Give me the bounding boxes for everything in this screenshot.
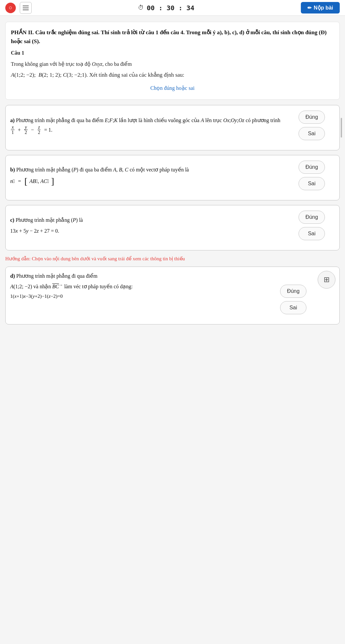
- cau1-body: Trong không gian với hệ trục toạ độ Oxyz…: [11, 60, 334, 80]
- timer-section: ⏱ 00 : 30 : 34: [138, 4, 194, 12]
- top-bar: ○ ⏱ 00 : 30 : 34 ✏ Nộp bài: [0, 0, 345, 16]
- points-formula: A(1;2; −2); B(2; 1; 2); C(3; −2;1). Xét …: [11, 70, 334, 80]
- question-b-sai-button[interactable]: Sai: [299, 177, 325, 190]
- question-c-row: c) Phương trình mặt phẳng (P) là 13x + 5…: [10, 211, 335, 240]
- question-c-label: c): [10, 217, 14, 223]
- question-a: a) Phương trình mặt phẳng đi qua ba điểm…: [5, 105, 340, 150]
- question-d-sai-button[interactable]: Sai: [280, 301, 306, 314]
- question-b-row: b) Phương trình mặt phẳng (P) đi qua ba …: [10, 161, 335, 190]
- edit-icon: ✏: [307, 5, 312, 11]
- grid-icon: ⊞: [324, 273, 330, 286]
- question-c-dung-button[interactable]: Đúng: [299, 211, 325, 224]
- cau1-label: Câu 1: [11, 48, 334, 57]
- app-icon: ○: [5, 3, 16, 13]
- question-d-row: d) Phương trình mặt phẳng đi qua điểm A(…: [10, 271, 316, 314]
- hamburger-icon: [23, 6, 29, 10]
- section-intro-card: PHẦN II. Câu trắc nghiệm đúng sai. Thí s…: [5, 22, 340, 100]
- question-a-row: a) Phương trình mặt phẳng đi qua ba điểm…: [10, 111, 335, 140]
- section-title: PHẦN II. Câu trắc nghiệm đúng sai. Thí s…: [11, 28, 334, 46]
- question-b-label: b): [10, 167, 15, 172]
- question-c-content: c) Phương trình mặt phẳng (P) là 13x + 5…: [10, 216, 285, 235]
- cau1-header: Câu 1 Trong không gian với hệ trục toạ đ…: [11, 48, 334, 80]
- question-a-dung-button[interactable]: Đúng: [299, 111, 325, 124]
- question-c-sai-button[interactable]: Sai: [299, 227, 325, 240]
- question-d-dung-button[interactable]: Đúng: [280, 285, 306, 298]
- question-b-dung-button[interactable]: Đúng: [299, 161, 325, 174]
- question-a-content: a) Phương trình mặt phẳng đi qua ba điểm…: [10, 116, 285, 135]
- scroll-indicator-a: [341, 118, 342, 138]
- question-c: c) Phương trình mặt phẳng (P) là 13x + 5…: [5, 205, 340, 250]
- part-label: PHẦN II.: [11, 29, 34, 36]
- question-a-buttons: Đúng Sai: [289, 111, 335, 140]
- question-d-buttons: Đúng Sai: [270, 285, 316, 314]
- formula-c: 13x + 5y − 2z + 27 = 0.: [10, 226, 285, 235]
- question-b-buttons: Đúng Sai: [289, 161, 335, 190]
- question-a-label: a): [10, 117, 14, 123]
- chon-label: Chọn đúng hoặc sai: [11, 84, 334, 92]
- clock-icon: ⏱: [138, 4, 144, 11]
- question-d-content: d) Phương trình mặt phẳng đi qua điểm A(…: [10, 271, 266, 301]
- formula-d-eq: 1(x+1)x−3(y+2)−1(z−2)=0: [10, 292, 266, 301]
- formula-b: n⃗ = [ AB⃗, AC⃗ ]: [10, 177, 285, 186]
- nop-bai-button[interactable]: ✏ Nộp bài: [301, 2, 340, 13]
- formula-a: x1 + y2 − z2 = 1.: [10, 125, 52, 135]
- grid-icon-button[interactable]: ⊞: [318, 271, 335, 289]
- question-d-label: d): [10, 273, 15, 279]
- formula-d-point: A(1;2; −2) và nhận BC→ làm véc tơ pháp t…: [10, 282, 266, 291]
- main-content: PHẦN II. Câu trắc nghiệm đúng sai. Thí s…: [0, 16, 345, 335]
- top-bar-left: ○: [5, 2, 32, 14]
- question-b-content: b) Phương trình mặt phẳng (P) đi qua ba …: [10, 165, 285, 186]
- nop-bai-label: Nộp bài: [314, 5, 333, 11]
- question-d: ⊞ d) Phương trình mặt phẳng đi qua điểm …: [5, 267, 340, 324]
- question-c-buttons: Đúng Sai: [289, 211, 335, 240]
- intro-text: Câu trắc nghiệm đúng sai. Thí sinh trả l…: [11, 29, 327, 44]
- question-a-sai-button[interactable]: Sai: [299, 127, 325, 140]
- menu-button[interactable]: [20, 2, 32, 14]
- question-b: b) Phương trình mặt phẳng (P) đi qua ba …: [5, 155, 340, 200]
- hint-text: Hướng dẫn: Chọn vào nội dung bên dưới và…: [5, 255, 340, 263]
- timer-display: 00 : 30 : 34: [147, 4, 194, 12]
